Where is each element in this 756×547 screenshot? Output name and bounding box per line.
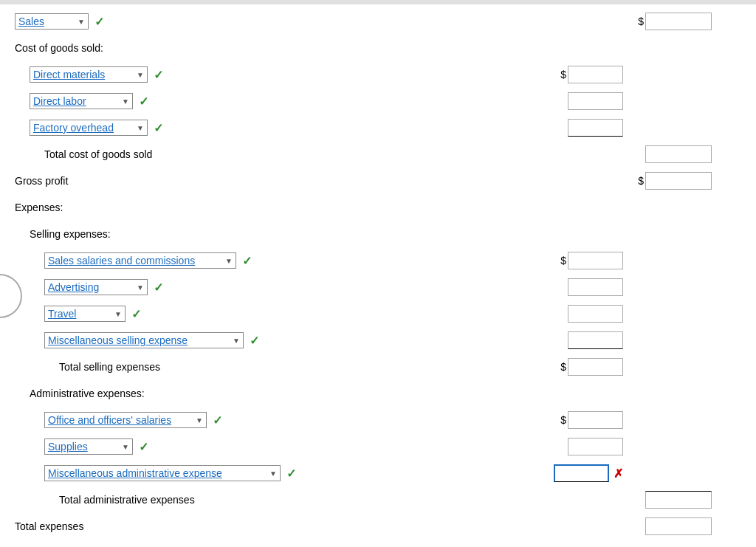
advertising-label: Advertising (48, 281, 134, 293)
direct-materials-dropdown[interactable]: Direct materials ▼ (30, 66, 148, 83)
travel-arrow: ▼ (114, 310, 122, 318)
administrative-expenses-label: Administrative expenses: (30, 388, 145, 399)
factory-overhead-check: ✓ (154, 121, 163, 135)
misc-admin-expense-arrow: ▼ (269, 469, 277, 478)
advertising-arrow: ▼ (137, 283, 144, 292)
misc-selling-expense-label: Miscellaneous selling expense (48, 334, 230, 346)
sales-salaries-row: Sales salaries and commissions ▼ ✓ $ (15, 250, 741, 272)
office-salaries-arrow: ▼ (196, 416, 203, 424)
total-admin-expenses-row: Total administrative expenses (15, 489, 741, 511)
total-admin-expenses-input[interactable] (645, 491, 712, 509)
advertising-dropdown[interactable]: Advertising ▼ (44, 279, 148, 295)
total-cost-of-goods-sold-row: Total cost of goods sold (15, 143, 741, 165)
sales-salaries-arrow: ▼ (225, 257, 233, 265)
cost-of-goods-sold-label-row: Cost of goods sold: (15, 37, 741, 59)
sales-check: ✓ (94, 15, 104, 29)
direct-materials-dollar: $ (560, 69, 566, 80)
gross-profit-input[interactable] (645, 172, 712, 190)
advertising-row: Advertising ▼ ✓ (15, 276, 741, 298)
travel-row: Travel ▼ ✓ (15, 303, 741, 325)
total-admin-expenses-label: Total administrative expenses (59, 494, 195, 506)
total-selling-dollar: $ (560, 361, 566, 373)
factory-overhead-arrow: ▼ (137, 124, 144, 132)
travel-dropdown[interactable]: Travel ▼ (44, 306, 126, 322)
misc-admin-expense-row: Miscellaneous administrative expense ▼ ✓… (15, 462, 741, 484)
direct-materials-label: Direct materials (33, 69, 134, 80)
travel-label: Travel (48, 308, 111, 320)
cost-of-goods-sold-label: Cost of goods sold: (15, 42, 103, 54)
expenses-label: Expenses: (15, 202, 63, 213)
office-salaries-dropdown[interactable]: Office and officers' salaries ▼ (44, 412, 207, 428)
office-salaries-check: ✓ (213, 413, 222, 427)
total-cost-of-goods-sold-input[interactable] (645, 145, 712, 163)
sales-input[interactable] (645, 13, 712, 30)
supplies-label: Supplies (48, 441, 119, 453)
supplies-check: ✓ (139, 440, 148, 454)
sales-dollar: $ (638, 16, 644, 27)
direct-materials-arrow: ▼ (137, 71, 144, 79)
sales-row: Sales ▼ ✓ $ (15, 10, 741, 32)
misc-selling-expense-row: Miscellaneous selling expense ▼ ✓ (15, 329, 741, 351)
misc-admin-expense-input[interactable] (554, 464, 609, 482)
total-selling-expenses-label: Total selling expenses (59, 361, 160, 373)
total-expenses-row: Total expenses (15, 515, 741, 537)
misc-selling-expense-arrow: ▼ (233, 337, 240, 345)
direct-labor-check: ✓ (139, 94, 148, 109)
selling-expenses-label-row: Selling expenses: (15, 223, 741, 245)
office-salaries-dollar: $ (560, 414, 566, 426)
gross-profit-row: Gross profit $ (15, 170, 741, 192)
factory-overhead-input[interactable] (568, 119, 623, 137)
office-salaries-row: Office and officers' salaries ▼ ✓ $ (15, 409, 741, 431)
misc-selling-expense-check: ✓ (250, 334, 259, 348)
direct-labor-row: Direct labor ▼ ✓ (15, 90, 741, 112)
factory-overhead-label: Factory overhead (33, 122, 134, 134)
factory-overhead-row: Factory overhead ▼ ✓ (15, 117, 741, 139)
direct-labor-arrow: ▼ (122, 97, 129, 106)
sales-dropdown[interactable]: Sales ▼ (15, 13, 89, 30)
total-selling-expenses-row: Total selling expenses $ (15, 356, 741, 378)
direct-labor-input[interactable] (568, 92, 623, 110)
misc-selling-expense-dropdown[interactable]: Miscellaneous selling expense ▼ (44, 332, 244, 348)
misc-admin-expense-error: ✗ (614, 467, 623, 481)
sales-salaries-input[interactable] (568, 252, 623, 269)
travel-check: ✓ (131, 307, 141, 321)
misc-selling-expense-input[interactable] (568, 331, 623, 349)
total-selling-expenses-input[interactable] (568, 358, 623, 376)
expenses-label-row: Expenses: (15, 196, 741, 219)
factory-overhead-dropdown[interactable]: Factory overhead ▼ (30, 120, 148, 136)
supplies-arrow: ▼ (122, 443, 129, 451)
sales-dropdown-arrow: ▼ (78, 18, 85, 26)
misc-admin-expense-dropdown[interactable]: Miscellaneous administrative expense ▼ (44, 465, 281, 481)
supplies-dropdown[interactable]: Supplies ▼ (44, 438, 133, 455)
direct-materials-input[interactable] (568, 66, 623, 83)
gross-profit-label: Gross profit (15, 175, 68, 187)
direct-materials-row: Direct materials ▼ ✓ $ (15, 63, 741, 86)
administrative-expenses-label-row: Administrative expenses: (15, 382, 741, 405)
sales-salaries-dollar: $ (560, 255, 566, 266)
office-salaries-input[interactable] (568, 411, 623, 429)
total-cost-of-goods-sold-label: Total cost of goods sold (44, 148, 152, 160)
sales-salaries-check: ✓ (242, 254, 252, 268)
total-expenses-input[interactable] (645, 517, 712, 535)
gross-profit-dollar: $ (638, 175, 644, 187)
sales-label: Sales (18, 16, 75, 27)
supplies-input[interactable] (568, 438, 623, 455)
selling-expenses-label: Selling expenses: (30, 228, 111, 240)
direct-materials-check: ✓ (154, 68, 163, 82)
sales-salaries-dropdown[interactable]: Sales salaries and commissions ▼ (44, 252, 236, 269)
direct-labor-dropdown[interactable]: Direct labor ▼ (30, 93, 133, 109)
misc-admin-expense-label: Miscellaneous administrative expense (48, 467, 267, 479)
total-expenses-label: Total expenses (15, 520, 83, 532)
office-salaries-label: Office and officers' salaries (48, 414, 193, 426)
advertising-input[interactable] (568, 278, 623, 296)
direct-labor-label: Direct labor (33, 95, 119, 107)
advertising-check: ✓ (154, 281, 163, 295)
supplies-row: Supplies ▼ ✓ (15, 436, 741, 458)
travel-input[interactable] (568, 305, 623, 323)
sales-salaries-label: Sales salaries and commissions (48, 255, 222, 266)
misc-admin-expense-check: ✓ (286, 467, 296, 481)
